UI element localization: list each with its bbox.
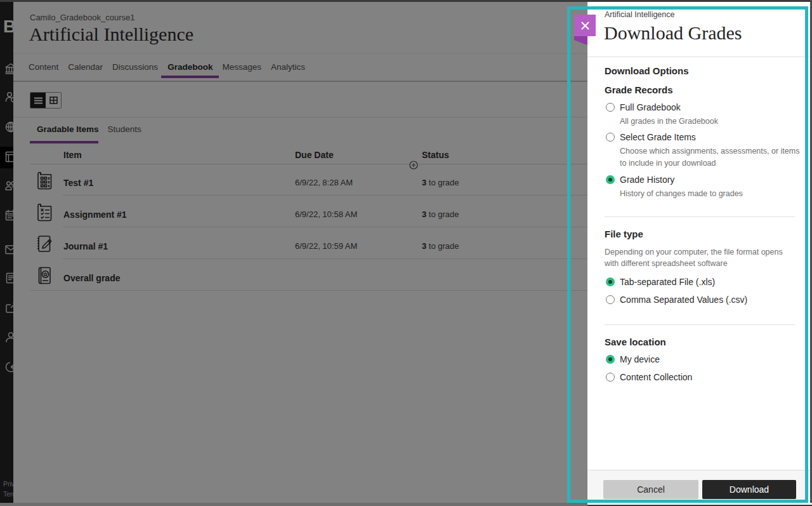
page: B Privacy (0, 0, 812, 506)
window-frame-top (0, 0, 812, 2)
annotation-highlight-box (567, 6, 808, 503)
window-frame-bottom (0, 503, 587, 506)
modal-dim-overlay (0, 2, 587, 503)
